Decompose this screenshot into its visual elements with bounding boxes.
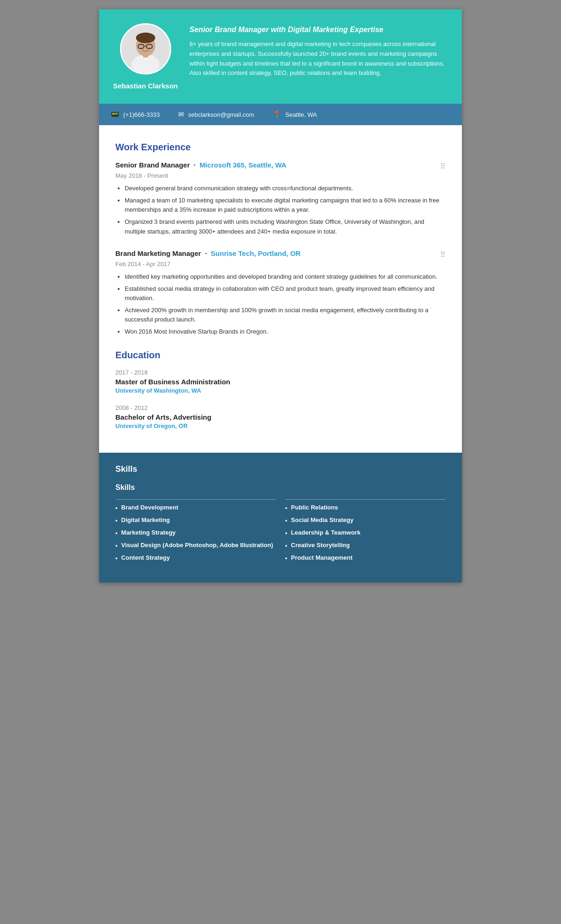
contact-email: ✉ sebclarkson@gmail.com (178, 110, 254, 119)
skill-label-product-management: Product Management (291, 554, 353, 562)
job-bullets-1: Developed general brand communication st… (115, 184, 446, 236)
skill-bullet-icon: • (115, 554, 118, 562)
skill-creative-storytelling: • Creative Storytelling (285, 541, 446, 550)
phone-icon: 📟 (111, 110, 120, 119)
job-dates-1: May 2018 - Present (115, 172, 446, 179)
skill-bullet-icon: • (285, 542, 287, 550)
skill-bullet-icon: • (115, 516, 118, 525)
job-bullet-2-1: Identified key marketing opportunities a… (125, 272, 446, 281)
job-company-2: Sunrise Tech, Portland, OR (211, 249, 301, 257)
edu-years-2: 2008 - 2012 (115, 404, 446, 411)
candidate-summary: 8+ years of brand management and digital… (189, 40, 448, 78)
education-section: Education 2017 - 2018 Master of Business… (115, 350, 446, 429)
edu-entry-2: 2008 - 2012 Bachelor of Arts, Advertisin… (115, 404, 446, 429)
avatar (120, 23, 171, 74)
main-content: Work Experience Senior Brand Manager · M… (99, 125, 462, 453)
work-experience-section: Work Experience Senior Brand Manager · M… (115, 142, 446, 337)
skills-col-right: • Public Relations • Social Media Strate… (285, 499, 446, 567)
edu-school-1: University of Washington, WA (115, 387, 446, 394)
skill-label-brand-development: Brand Development (121, 503, 179, 512)
edu-degree-1: Master of Business Administration (115, 378, 446, 386)
job-header-1: Senior Brand Manager · Microsoft 365, Se… (115, 161, 446, 171)
edu-entry-1: 2017 - 2018 Master of Business Administr… (115, 369, 446, 394)
contact-bar: 📟 (+1)666-3333 ✉ sebclarkson@gmail.com 📍… (99, 104, 462, 125)
edu-school-2: University of Oregon, OR (115, 422, 446, 429)
skill-visual-design: • Visual Design (Adobe Photoshop, Adobe … (115, 541, 276, 550)
svg-point-5 (136, 33, 155, 43)
skills-col-left: • Brand Development • Digital Marketing … (115, 499, 276, 567)
job-bullet-1-1: Developed general brand communication st… (125, 184, 446, 193)
skill-label-public-relations: Public Relations (291, 503, 338, 512)
skill-bullet-icon: • (285, 504, 287, 512)
job-entry-1: Senior Brand Manager · Microsoft 365, Se… (115, 161, 446, 236)
drag-handle-2[interactable]: ⠿ (440, 250, 446, 259)
skill-label-marketing-strategy: Marketing Strategy (121, 529, 176, 537)
skill-bullet-icon: • (285, 554, 287, 562)
skill-bullet-icon: • (115, 529, 118, 537)
job-title-company-1: Senior Brand Manager · Microsoft 365, Se… (115, 161, 287, 169)
skill-content-strategy: • Content Strategy (115, 554, 276, 562)
avatar-section: Sebastian Clarkson (113, 23, 178, 90)
email-icon: ✉ (178, 110, 184, 119)
contact-phone: 📟 (+1)666-3333 (111, 110, 160, 119)
skill-label-social-media-strategy: Social Media Strategy (291, 516, 354, 524)
skill-digital-marketing: • Digital Marketing (115, 516, 276, 525)
phone-text: (+1)666-3333 (123, 111, 160, 118)
skill-brand-development: • Brand Development (115, 503, 276, 512)
email-text: sebclarkson@gmail.com (188, 111, 254, 118)
contact-location: 📍 Seattle, WA (273, 110, 317, 119)
skill-label-visual-design: Visual Design (Adobe Photoshop, Adobe Il… (121, 541, 273, 549)
resume-container: Sebastian Clarkson Senior Brand Manager … (99, 9, 462, 583)
job-entry-2: Brand Marketing Manager · Sunrise Tech, … (115, 249, 446, 337)
skill-bullet-icon: • (115, 542, 118, 550)
skill-bullet-icon: • (115, 504, 118, 512)
job-bullet-2-2: Established social media strategy in col… (125, 284, 446, 303)
job-title-company-2: Brand Marketing Manager · Sunrise Tech, … (115, 249, 301, 258)
skills-columns: • Brand Development • Digital Marketing … (115, 499, 446, 567)
skills-section: Skills Skills • Brand Development • Digi… (99, 453, 462, 583)
skill-marketing-strategy: • Marketing Strategy (115, 529, 276, 537)
location-icon: 📍 (273, 110, 281, 119)
skill-leadership-teamwork: • Leadership & Teamwork (285, 529, 446, 537)
skill-label-leadership-teamwork: Leadership & Teamwork (291, 529, 361, 537)
job-bullet-2-4: Won 2016 Most Innovative Startup Brands … (125, 327, 446, 336)
skill-bullet-icon: • (285, 529, 287, 537)
job-header-2: Brand Marketing Manager · Sunrise Tech, … (115, 249, 446, 259)
skill-label-creative-storytelling: Creative Storytelling (291, 541, 350, 549)
skills-header-title: Skills (115, 464, 446, 474)
job-company-1: Microsoft 365, Seattle, WA (200, 161, 287, 169)
skill-label-digital-marketing: Digital Marketing (121, 516, 170, 524)
education-title: Education (115, 350, 446, 361)
skill-product-management: • Product Management (285, 554, 446, 562)
work-experience-title: Work Experience (115, 142, 446, 153)
header-text: Senior Brand Manager with Digital Market… (189, 23, 448, 78)
job-bullets-2: Identified key marketing opportunities a… (115, 272, 446, 337)
job-bullet-2-3: Achieved 200% growth in membership and 1… (125, 306, 446, 324)
job-title-2: Brand Marketing Manager · Sunrise Tech, … (115, 249, 301, 257)
job-bullet-1-3: Organized 3 brand events partnered with … (125, 217, 446, 236)
job-dates-2: Feb 2014 - Apr 2017 (115, 261, 446, 268)
skill-public-relations: • Public Relations (285, 503, 446, 512)
skill-social-media-strategy: • Social Media Strategy (285, 516, 446, 525)
skills-inner-title: Skills (115, 483, 446, 492)
candidate-name: Sebastian Clarkson (113, 82, 178, 90)
skill-label-content-strategy: Content Strategy (121, 554, 170, 562)
edu-degree-2: Bachelor of Arts, Advertising (115, 413, 446, 421)
location-text: Seattle, WA (285, 111, 317, 118)
edu-years-1: 2017 - 2018 (115, 369, 446, 376)
drag-handle-1[interactable]: ⠿ (440, 162, 446, 171)
resume-header: Sebastian Clarkson Senior Brand Manager … (99, 9, 462, 104)
skill-bullet-icon: • (285, 516, 287, 525)
job-title-1: Senior Brand Manager · Microsoft 365, Se… (115, 161, 287, 169)
candidate-title: Senior Brand Manager with Digital Market… (189, 26, 448, 34)
job-bullet-1-2: Managed a team of 10 marketing specialis… (125, 196, 446, 214)
